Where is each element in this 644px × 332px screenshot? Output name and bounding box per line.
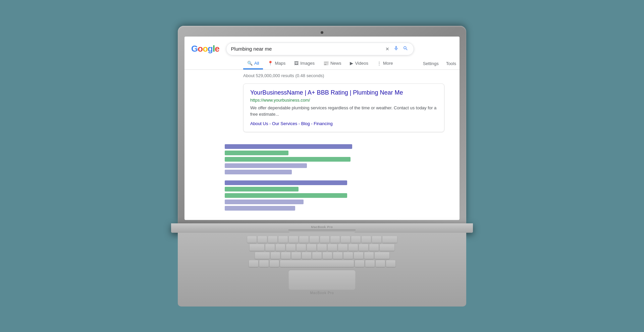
chart-group-2 [225, 180, 392, 211]
bar-row [225, 180, 392, 185]
bar-row [225, 163, 392, 168]
key [310, 236, 319, 243]
bar-purple-2 [225, 180, 347, 185]
key [268, 236, 277, 243]
key [259, 260, 269, 267]
bar-green-1 [225, 151, 288, 155]
macbook-bottom-label: MacBook Pro [184, 291, 460, 295]
key [249, 260, 258, 267]
bar-lightgreen-2 [225, 193, 347, 198]
clear-button[interactable]: ✕ [385, 46, 390, 52]
tab-videos[interactable]: ▶ Videos [346, 58, 372, 69]
key [323, 252, 332, 259]
google-logo: Google [191, 44, 219, 54]
result-title-link[interactable]: YourBusinessName | A+ BBB Rating | Plumb… [250, 89, 437, 96]
bar-row [225, 170, 392, 174]
bar-row [225, 151, 392, 155]
keyboard-keys [184, 236, 460, 267]
maps-icon: 📍 [268, 61, 273, 66]
key [258, 236, 267, 243]
search-icon [403, 46, 408, 51]
key [341, 236, 350, 243]
nav-tabs: 🔍 All 📍 Maps 🖼 Images 📰 News [184, 55, 460, 70]
tab-images[interactable]: 🖼 Images [290, 58, 319, 69]
key [380, 244, 394, 251]
key [382, 236, 397, 243]
key [247, 236, 257, 243]
bar-lightpurple-2b [225, 206, 295, 211]
chart-area [184, 141, 392, 220]
key [281, 252, 290, 259]
bar-lightpurple-1b [225, 170, 292, 174]
key [372, 236, 381, 243]
key-row-1 [184, 236, 460, 243]
key [375, 252, 389, 259]
tab-maps[interactable]: 📍 Maps [264, 58, 289, 69]
key [320, 236, 329, 243]
search-bar[interactable]: ✕ [226, 43, 414, 55]
logo-o2: o [203, 44, 208, 54]
laptop-keyboard: MacBook Pro [178, 233, 466, 307]
tools-link[interactable]: Tools [443, 58, 460, 69]
key [330, 236, 340, 243]
bar-row [225, 144, 392, 149]
key [278, 236, 288, 243]
key [271, 252, 280, 259]
key [359, 244, 368, 251]
bar-green-2 [225, 187, 299, 191]
key [364, 252, 374, 259]
key [333, 252, 342, 259]
laptop-brand: MacBook Pro [171, 223, 473, 229]
result-url[interactable]: https://www.yourbusiness.com/ [250, 98, 437, 103]
bar-purple-1 [225, 144, 352, 149]
tab-all[interactable]: 🔍 All [243, 58, 263, 69]
laptop-base: MacBook Pro [171, 223, 473, 233]
result-snippet: We offer dependable plumbing services re… [250, 105, 437, 118]
bar-lightpurple-1a [225, 163, 307, 168]
videos-icon: ▶ [350, 61, 353, 66]
key [297, 244, 306, 251]
result-sitelinks[interactable]: About Us - Our Services - Blog - Financi… [250, 121, 333, 126]
logo-e: e [215, 44, 219, 54]
settings-link[interactable]: Settings [420, 58, 442, 69]
chart-group-1 [225, 144, 392, 174]
google-header: Google ✕ [184, 37, 460, 55]
tab-news[interactable]: 📰 News [319, 58, 345, 69]
logo-g: G [191, 44, 198, 54]
key [299, 236, 309, 243]
camera-notch [321, 31, 323, 34]
bar-row [225, 187, 392, 191]
bar-row [225, 193, 392, 198]
laptop-lid: Google ✕ [178, 26, 466, 223]
logo-g2: g [208, 44, 213, 54]
key [270, 260, 279, 267]
key [365, 260, 375, 267]
key [386, 260, 395, 267]
key [328, 244, 337, 251]
results-count: About 529,000,000 results (0.48 seconds) [243, 73, 460, 78]
tab-more[interactable]: ⋮ More [373, 58, 397, 69]
bar-row [225, 157, 392, 162]
search-submit-button[interactable] [402, 45, 409, 53]
bar-row [225, 206, 392, 211]
key [307, 244, 316, 251]
key-row-3 [184, 252, 460, 259]
bar-lightpurple-2a [225, 200, 304, 204]
key-row-space [184, 260, 460, 267]
search-input[interactable] [231, 46, 382, 52]
key [362, 236, 371, 243]
google-page: Google ✕ [184, 37, 460, 220]
key [343, 252, 353, 259]
mic-button[interactable] [393, 45, 399, 53]
key [286, 244, 296, 251]
key [355, 260, 364, 267]
key [369, 244, 379, 251]
key [317, 244, 327, 251]
key [255, 252, 270, 259]
all-icon: 🔍 [247, 61, 253, 66]
key [338, 244, 347, 251]
key [376, 260, 385, 267]
spacebar-key [280, 260, 354, 267]
screen: Google ✕ [184, 37, 460, 220]
trackpad[interactable] [288, 270, 356, 290]
